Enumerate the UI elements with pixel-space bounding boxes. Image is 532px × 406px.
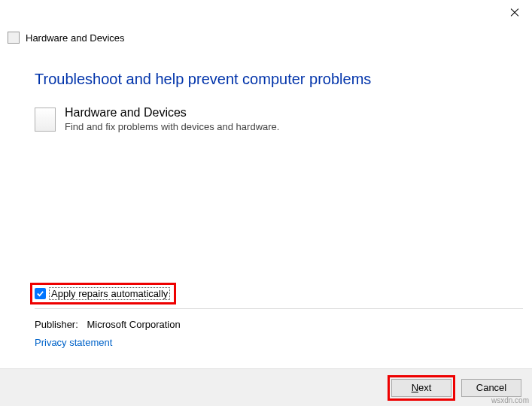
apply-repairs-checkbox[interactable] <box>35 288 46 299</box>
window-icon <box>8 32 20 44</box>
close-button[interactable] <box>508 6 521 20</box>
privacy-statement-link[interactable]: Privacy statement <box>35 337 112 348</box>
apply-repairs-row: Apply repairs automatically <box>30 283 176 304</box>
window-title-text: Hardware and Devices <box>26 32 125 44</box>
publisher-row: Publisher: Microsoft Corporation <box>35 319 181 330</box>
apply-repairs-label: Apply repairs automatically <box>49 287 170 300</box>
window-title: Hardware and Devices <box>0 0 532 44</box>
publisher-name: Microsoft Corporation <box>87 319 180 330</box>
watermark: wsxdn.com <box>491 396 529 404</box>
troubleshooter-item: Hardware and Devices Find and fix proble… <box>35 106 497 132</box>
item-description: Find and fix problems with devices and h… <box>65 121 279 132</box>
next-button[interactable]: Next <box>391 379 451 397</box>
hardware-icon <box>35 108 56 132</box>
divider <box>35 308 523 309</box>
dialog-footer: Next Cancel <box>0 368 532 406</box>
page-heading: Troubleshoot and help prevent computer p… <box>35 71 497 88</box>
publisher-label: Publisher: <box>35 319 78 330</box>
item-title: Hardware and Devices <box>65 106 279 120</box>
cancel-button[interactable]: Cancel <box>461 379 521 397</box>
next-highlight: Next <box>388 375 455 401</box>
